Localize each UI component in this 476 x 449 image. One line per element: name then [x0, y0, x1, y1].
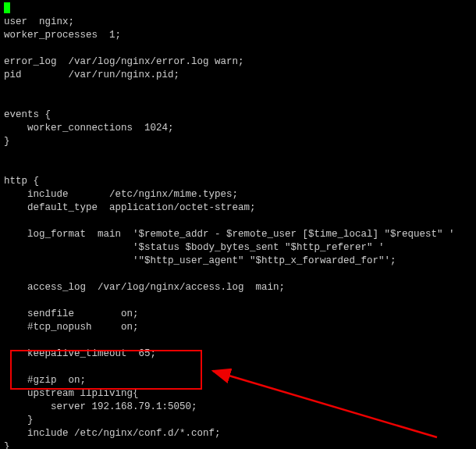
editor-line	[4, 148, 472, 162]
cursor	[4, 2, 10, 13]
editor-line: }	[4, 440, 472, 449]
editor-line	[4, 95, 472, 109]
editor-line	[4, 215, 472, 228]
editor-line: access_log /var/log/nginx/access.log mai…	[4, 281, 472, 294]
editor-line: http {	[4, 175, 472, 188]
editor-line: include /etc/nginx/conf.d/*.conf;	[4, 427, 472, 440]
editor-line: keepalive_timeout 65;	[4, 347, 472, 361]
editor-line: error_log /var/log/nginx/error.log warn;	[4, 55, 472, 69]
editor-line: }	[4, 414, 472, 427]
editor-line: default_type application/octet-stream;	[4, 201, 472, 215]
editor-line	[4, 334, 472, 347]
editor-line: worker_processes 1;	[4, 29, 472, 42]
editor-line	[4, 361, 472, 374]
editor-line: events {	[4, 109, 472, 122]
editor-line: worker_connections 1024;	[4, 122, 472, 135]
editor-line	[4, 162, 472, 175]
editor-line: server 192.168.79.1:5050;	[4, 401, 472, 414]
editor-line: #gzip on;	[4, 374, 472, 387]
editor-line	[4, 294, 472, 308]
editor-line: '"$http_user_agent" "$http_x_forwarded_f…	[4, 255, 472, 268]
editor-line: #tcp_nopush on;	[4, 321, 472, 334]
editor-line: user nginx;	[4, 16, 472, 29]
editor-line: sendfile on;	[4, 308, 472, 321]
editor-line	[4, 268, 472, 281]
editor-line	[4, 2, 472, 16]
editor-line: log_format main '$remote_addr - $remote_…	[4, 228, 472, 241]
editor-line: }	[4, 135, 472, 148]
terminal-editor[interactable]: user nginx;worker_processes 1;error_log …	[4, 2, 472, 449]
editor-line: '$status $body_bytes_sent "$http_referer…	[4, 241, 472, 255]
editor-line	[4, 42, 472, 55]
editor-line: upstream llpliving{	[4, 387, 472, 401]
editor-line: pid /var/run/nginx.pid;	[4, 69, 472, 82]
editor-line	[4, 82, 472, 95]
editor-line: include /etc/nginx/mime.types;	[4, 188, 472, 201]
